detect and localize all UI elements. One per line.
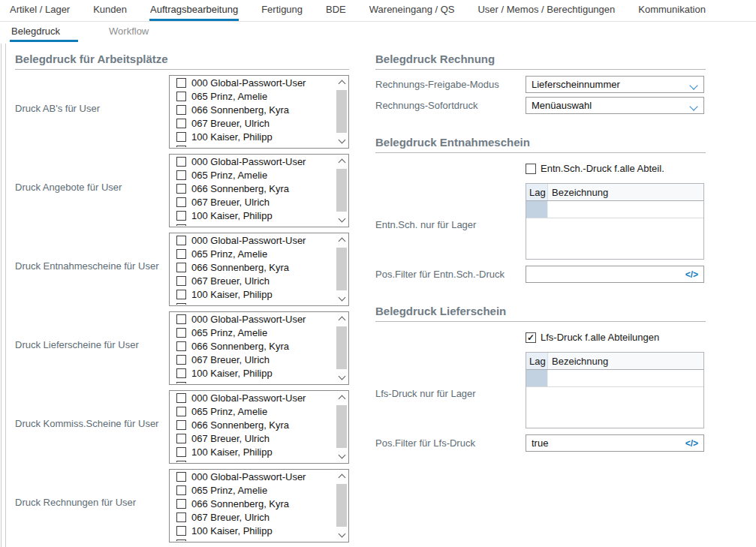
checkbox-unchecked-icon[interactable] <box>176 236 186 245</box>
user-list-item[interactable]: 950 Dontenwill AG, Consulting <box>170 458 335 462</box>
user-checkbox-list[interactable]: 000 Global-Passwort-User 065 Prinz, Amel… <box>169 469 349 542</box>
checkbox-unchecked-icon[interactable] <box>176 170 186 180</box>
user-list-item[interactable]: 100 Kaiser, Philipp <box>170 524 335 538</box>
scrollbar-thumb[interactable] <box>336 326 347 369</box>
checkbox-unchecked-icon[interactable] <box>176 512 186 522</box>
table-header-lag[interactable]: Lag <box>526 184 548 200</box>
user-list-item[interactable]: 100 Kaiser, Philipp <box>170 367 335 380</box>
user-list-item[interactable]: 950 Dontenwill AG, Consulting <box>170 301 335 305</box>
subtab-belegdruck[interactable]: Belegdruck <box>10 22 78 42</box>
tab-kommunikation[interactable]: Kommunikation <box>637 0 706 21</box>
checkbox-unchecked-icon[interactable] <box>176 526 186 536</box>
user-list-item[interactable]: 950 Dontenwill AG, Consulting <box>170 380 335 383</box>
user-list-item[interactable]: 000 Global-Passwort-User <box>170 234 335 248</box>
user-list-item[interactable]: 950 Dontenwill AG, Consulting <box>170 143 335 147</box>
user-checkbox-list[interactable]: 000 Global-Passwort-User 065 Prinz, Amel… <box>169 233 349 306</box>
scrollbar-thumb[interactable] <box>336 248 347 290</box>
lfs-pos-filter-input[interactable]: true </> <box>526 434 704 452</box>
scroll-down-button[interactable] <box>336 293 348 305</box>
sofortdruck-dropdown[interactable]: Menüauswahl <box>526 97 704 114</box>
scrollbar-thumb[interactable] <box>336 405 347 448</box>
checkbox-unchecked-icon[interactable] <box>176 119 186 128</box>
table-header-bezeichnung[interactable]: Bezeichnung <box>548 353 703 369</box>
user-list-item[interactable]: 066 Sonnenberg, Kyra <box>170 419 335 432</box>
code-expression-icon[interactable]: </> <box>685 438 698 449</box>
scrollbar[interactable] <box>336 313 348 383</box>
user-list-item[interactable]: 000 Global-Passwort-User <box>170 392 335 405</box>
scroll-up-button[interactable] <box>336 77 348 88</box>
checkbox-unchecked-icon[interactable] <box>176 420 186 430</box>
scroll-down-button[interactable] <box>336 530 348 541</box>
scroll-down-button[interactable] <box>336 451 348 462</box>
scroll-up-button[interactable] <box>336 392 348 403</box>
user-list-item[interactable]: 950 Dontenwill AG, Consulting <box>170 537 335 541</box>
checkbox-unchecked-icon[interactable] <box>176 328 186 338</box>
user-list-item[interactable]: 066 Sonnenberg, Kyra <box>170 340 335 353</box>
checkbox-unchecked-icon[interactable] <box>176 290 186 299</box>
scrollbar[interactable] <box>336 77 348 147</box>
scrollbar[interactable] <box>336 234 348 305</box>
checkbox-unchecked-icon[interactable] <box>176 539 186 541</box>
checkbox-unchecked-icon[interactable] <box>176 355 186 365</box>
scroll-down-button[interactable] <box>336 372 348 383</box>
checkbox-unchecked-icon[interactable] <box>176 472 186 482</box>
user-list-item[interactable]: 067 Breuer, Ulrich <box>170 511 335 524</box>
tab-wareneingang-qs[interactable]: Wareneingang / QS <box>369 0 456 21</box>
checkbox-unchecked-icon[interactable] <box>176 211 186 221</box>
user-list-item[interactable]: 000 Global-Passwort-User <box>170 155 335 169</box>
scroll-up-button[interactable] <box>336 313 348 324</box>
subtab-workflow[interactable]: Workflow <box>107 22 150 42</box>
scroll-up-button[interactable] <box>336 155 348 167</box>
user-list-item[interactable]: 067 Breuer, Ulrich <box>170 275 335 288</box>
lfs-lager-table[interactable]: Lag Bezeichnung <box>526 352 704 428</box>
checkbox-unchecked-icon[interactable] <box>176 461 186 462</box>
checkbox-unchecked-icon[interactable] <box>176 341 186 351</box>
tab-fertigung[interactable]: Fertigung <box>261 0 303 21</box>
tab-kunden[interactable]: Kunden <box>92 0 128 21</box>
checkbox-unchecked-icon[interactable] <box>176 303 186 305</box>
scroll-down-button[interactable] <box>336 215 348 226</box>
user-list-item[interactable]: 065 Prinz, Amelie <box>170 90 335 104</box>
checkbox-unchecked-icon[interactable] <box>176 78 186 88</box>
checkbox-unchecked-icon[interactable] <box>176 393 186 403</box>
user-list-item[interactable]: 100 Kaiser, Philipp <box>170 131 335 144</box>
checkbox-unchecked-icon[interactable] <box>176 447 186 457</box>
user-list-item[interactable]: 066 Sonnenberg, Kyra <box>170 104 335 117</box>
user-checkbox-list[interactable]: 000 Global-Passwort-User 065 Prinz, Amel… <box>169 390 349 464</box>
scrollbar-thumb[interactable] <box>336 484 347 527</box>
user-list-item[interactable]: 100 Kaiser, Philipp <box>170 288 335 302</box>
user-list-item[interactable]: 065 Prinz, Amelie <box>170 169 335 182</box>
checkbox-unchecked-icon[interactable] <box>176 407 186 416</box>
tab-user-memos-berechtigungen[interactable]: User / Memos / Berechtigungen <box>477 0 616 21</box>
scrollbar-thumb[interactable] <box>336 90 347 133</box>
table-row[interactable] <box>526 201 703 218</box>
scrollbar-thumb[interactable] <box>336 169 347 212</box>
checkbox-unchecked-icon[interactable] <box>176 276 186 286</box>
freigabe-modus-dropdown[interactable]: Lieferscheinnummer <box>526 76 704 93</box>
scroll-up-button[interactable] <box>336 234 348 245</box>
user-list-item[interactable]: 065 Prinz, Amelie <box>170 484 335 497</box>
user-list-item[interactable]: 067 Breuer, Ulrich <box>170 117 335 131</box>
user-checkbox-list[interactable]: 000 Global-Passwort-User 065 Prinz, Amel… <box>169 75 349 149</box>
scroll-down-button[interactable] <box>336 136 348 147</box>
user-list-item[interactable]: 000 Global-Passwort-User <box>170 77 335 90</box>
checkbox-unchecked-icon[interactable] <box>176 132 186 142</box>
checkbox-unchecked-icon[interactable] <box>176 146 186 147</box>
user-list-item[interactable]: 066 Sonnenberg, Kyra <box>170 497 335 511</box>
checkbox-unchecked-icon[interactable] <box>176 249 186 259</box>
entn-sch-lager-table[interactable]: Lag Bezeichnung <box>526 183 704 260</box>
scrollbar[interactable] <box>336 392 348 462</box>
user-list-item[interactable]: 067 Breuer, Ulrich <box>170 353 335 367</box>
checkbox-unchecked-icon[interactable] <box>176 263 186 272</box>
checkbox-unchecked-icon[interactable] <box>176 499 186 509</box>
user-list-item[interactable]: 066 Sonnenberg, Kyra <box>170 182 335 196</box>
checkbox-unchecked-icon[interactable] <box>176 92 186 101</box>
user-list-item[interactable]: 067 Breuer, Ulrich <box>170 196 335 209</box>
scrollbar[interactable] <box>336 470 348 541</box>
scroll-up-button[interactable] <box>336 470 348 482</box>
checkbox-unchecked-icon[interactable] <box>176 368 186 378</box>
user-list-item[interactable]: 100 Kaiser, Philipp <box>170 209 335 223</box>
checkbox-unchecked-icon[interactable] <box>176 224 186 226</box>
user-list-item[interactable]: 065 Prinz, Amelie <box>170 248 335 261</box>
user-list-item[interactable]: 067 Breuer, Ulrich <box>170 432 335 446</box>
